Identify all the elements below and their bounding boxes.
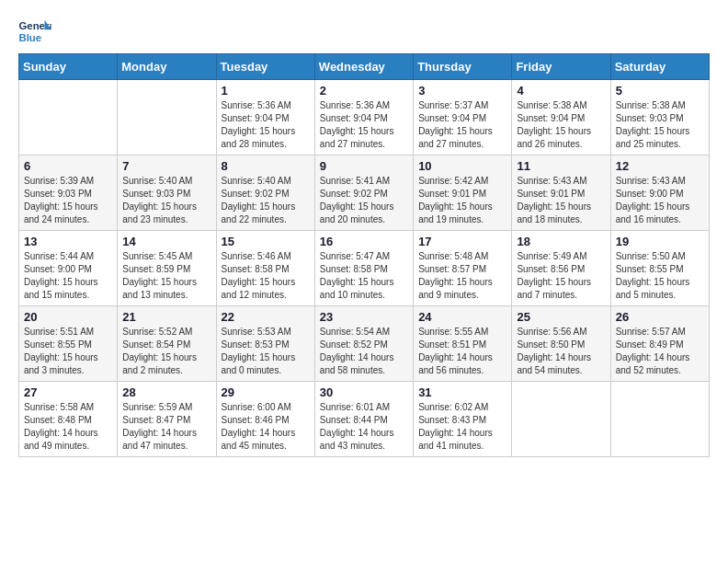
day-info: Sunrise: 5:58 AM Sunset: 8:48 PM Dayligh… (24, 401, 112, 453)
week-row-5: 27Sunrise: 5:58 AM Sunset: 8:48 PM Dayli… (19, 382, 710, 457)
day-cell (512, 382, 610, 457)
day-info: Sunrise: 6:02 AM Sunset: 8:43 PM Dayligh… (418, 401, 506, 453)
day-number: 4 (517, 84, 605, 98)
day-info: Sunrise: 5:40 AM Sunset: 9:03 PM Dayligh… (122, 175, 210, 226)
day-info: Sunrise: 5:40 AM Sunset: 9:02 PM Dayligh… (222, 175, 310, 226)
day-number: 23 (320, 310, 408, 324)
day-number: 26 (616, 310, 704, 324)
day-cell: 22Sunrise: 5:53 AM Sunset: 8:53 PM Dayli… (216, 306, 314, 382)
day-number: 2 (320, 84, 408, 98)
day-cell: 9Sunrise: 5:41 AM Sunset: 9:02 PM Daylig… (314, 155, 413, 231)
day-info: Sunrise: 6:00 AM Sunset: 8:46 PM Dayligh… (222, 401, 310, 453)
day-cell: 26Sunrise: 5:57 AM Sunset: 8:49 PM Dayli… (610, 306, 709, 382)
day-cell: 28Sunrise: 5:59 AM Sunset: 8:47 PM Dayli… (118, 382, 216, 457)
weekday-header-monday: Monday (118, 54, 216, 80)
day-cell: 7Sunrise: 5:40 AM Sunset: 9:03 PM Daylig… (118, 155, 216, 231)
day-cell: 19Sunrise: 5:50 AM Sunset: 8:55 PM Dayli… (610, 231, 709, 306)
day-cell: 18Sunrise: 5:49 AM Sunset: 8:56 PM Dayli… (512, 231, 610, 306)
day-number: 24 (418, 310, 506, 324)
day-info: Sunrise: 6:01 AM Sunset: 8:44 PM Dayligh… (320, 401, 408, 453)
day-info: Sunrise: 5:48 AM Sunset: 8:57 PM Dayligh… (418, 250, 506, 302)
day-info: Sunrise: 5:47 AM Sunset: 8:58 PM Dayligh… (320, 250, 408, 302)
day-info: Sunrise: 5:36 AM Sunset: 9:04 PM Dayligh… (222, 99, 310, 151)
day-number: 18 (517, 235, 605, 248)
day-number: 20 (24, 310, 112, 324)
week-row-4: 20Sunrise: 5:51 AM Sunset: 8:55 PM Dayli… (19, 306, 710, 382)
day-number: 21 (122, 310, 210, 324)
day-number: 5 (616, 84, 704, 98)
week-row-2: 6Sunrise: 5:39 AM Sunset: 9:03 PM Daylig… (19, 155, 710, 231)
header: General Blue (18, 18, 710, 44)
day-number: 15 (222, 235, 310, 248)
day-info: Sunrise: 5:38 AM Sunset: 9:04 PM Dayligh… (517, 99, 605, 151)
day-cell: 3Sunrise: 5:37 AM Sunset: 9:04 PM Daylig… (414, 80, 512, 155)
logo-icon: General Blue (18, 18, 51, 44)
day-number: 28 (122, 385, 210, 399)
day-cell: 6Sunrise: 5:39 AM Sunset: 9:03 PM Daylig… (19, 155, 118, 231)
day-info: Sunrise: 5:51 AM Sunset: 8:55 PM Dayligh… (24, 326, 112, 377)
day-info: Sunrise: 5:38 AM Sunset: 9:03 PM Dayligh… (616, 99, 704, 151)
day-number: 6 (24, 159, 112, 173)
day-info: Sunrise: 5:53 AM Sunset: 8:53 PM Dayligh… (222, 326, 310, 377)
day-cell: 31Sunrise: 6:02 AM Sunset: 8:43 PM Dayli… (414, 382, 512, 457)
day-info: Sunrise: 5:36 AM Sunset: 9:04 PM Dayligh… (320, 99, 408, 151)
day-number: 27 (24, 385, 112, 399)
day-info: Sunrise: 5:46 AM Sunset: 8:58 PM Dayligh… (222, 250, 310, 302)
day-number: 12 (616, 159, 704, 173)
day-info: Sunrise: 5:54 AM Sunset: 8:52 PM Dayligh… (320, 326, 408, 377)
day-number: 13 (24, 235, 112, 248)
day-number: 1 (222, 84, 310, 98)
day-cell: 17Sunrise: 5:48 AM Sunset: 8:57 PM Dayli… (414, 231, 512, 306)
day-cell: 20Sunrise: 5:51 AM Sunset: 8:55 PM Dayli… (19, 306, 118, 382)
day-number: 14 (122, 235, 210, 248)
day-cell (118, 80, 216, 155)
day-number: 29 (222, 385, 310, 399)
day-number: 17 (418, 235, 506, 248)
day-cell: 24Sunrise: 5:55 AM Sunset: 8:51 PM Dayli… (414, 306, 512, 382)
day-info: Sunrise: 5:45 AM Sunset: 8:59 PM Dayligh… (122, 250, 210, 302)
calendar: SundayMondayTuesdayWednesdayThursdayFrid… (18, 53, 710, 457)
day-info: Sunrise: 5:41 AM Sunset: 9:02 PM Dayligh… (320, 175, 408, 226)
day-cell: 13Sunrise: 5:44 AM Sunset: 9:00 PM Dayli… (19, 231, 118, 306)
day-info: Sunrise: 5:43 AM Sunset: 9:01 PM Dayligh… (517, 175, 605, 226)
day-cell: 2Sunrise: 5:36 AM Sunset: 9:04 PM Daylig… (314, 80, 413, 155)
day-cell (19, 80, 118, 155)
day-cell: 29Sunrise: 6:00 AM Sunset: 8:46 PM Dayli… (216, 382, 314, 457)
day-info: Sunrise: 5:42 AM Sunset: 9:01 PM Dayligh… (418, 175, 506, 226)
weekday-header-thursday: Thursday (414, 54, 512, 80)
day-number: 3 (418, 84, 506, 98)
weekday-header-row: SundayMondayTuesdayWednesdayThursdayFrid… (19, 54, 710, 80)
day-number: 31 (418, 385, 506, 399)
day-cell: 23Sunrise: 5:54 AM Sunset: 8:52 PM Dayli… (314, 306, 413, 382)
day-cell: 11Sunrise: 5:43 AM Sunset: 9:01 PM Dayli… (512, 155, 610, 231)
day-cell (610, 382, 709, 457)
day-info: Sunrise: 5:56 AM Sunset: 8:50 PM Dayligh… (517, 326, 605, 377)
day-info: Sunrise: 5:37 AM Sunset: 9:04 PM Dayligh… (418, 99, 506, 151)
day-info: Sunrise: 5:57 AM Sunset: 8:49 PM Dayligh… (616, 326, 704, 377)
day-number: 8 (222, 159, 310, 173)
weekday-header-saturday: Saturday (610, 54, 709, 80)
day-cell: 12Sunrise: 5:43 AM Sunset: 9:00 PM Dayli… (610, 155, 709, 231)
day-cell: 15Sunrise: 5:46 AM Sunset: 8:58 PM Dayli… (216, 231, 314, 306)
day-cell: 27Sunrise: 5:58 AM Sunset: 8:48 PM Dayli… (19, 382, 118, 457)
day-info: Sunrise: 5:39 AM Sunset: 9:03 PM Dayligh… (24, 175, 112, 226)
weekday-header-wednesday: Wednesday (314, 54, 413, 80)
day-info: Sunrise: 5:50 AM Sunset: 8:55 PM Dayligh… (616, 250, 704, 302)
day-number: 19 (616, 235, 704, 248)
day-cell: 8Sunrise: 5:40 AM Sunset: 9:02 PM Daylig… (216, 155, 314, 231)
day-number: 10 (418, 159, 506, 173)
day-info: Sunrise: 5:59 AM Sunset: 8:47 PM Dayligh… (122, 401, 210, 453)
day-number: 30 (320, 385, 408, 399)
day-info: Sunrise: 5:43 AM Sunset: 9:00 PM Dayligh… (616, 175, 704, 226)
day-cell: 16Sunrise: 5:47 AM Sunset: 8:58 PM Dayli… (314, 231, 413, 306)
day-number: 16 (320, 235, 408, 248)
svg-text:Blue: Blue (19, 32, 42, 43)
weekday-header-sunday: Sunday (19, 54, 118, 80)
weekday-header-friday: Friday (512, 54, 610, 80)
day-cell: 5Sunrise: 5:38 AM Sunset: 9:03 PM Daylig… (610, 80, 709, 155)
day-cell: 21Sunrise: 5:52 AM Sunset: 8:54 PM Dayli… (118, 306, 216, 382)
day-info: Sunrise: 5:52 AM Sunset: 8:54 PM Dayligh… (122, 326, 210, 377)
day-cell: 10Sunrise: 5:42 AM Sunset: 9:01 PM Dayli… (414, 155, 512, 231)
week-row-1: 1Sunrise: 5:36 AM Sunset: 9:04 PM Daylig… (19, 80, 710, 155)
day-info: Sunrise: 5:49 AM Sunset: 8:56 PM Dayligh… (517, 250, 605, 302)
